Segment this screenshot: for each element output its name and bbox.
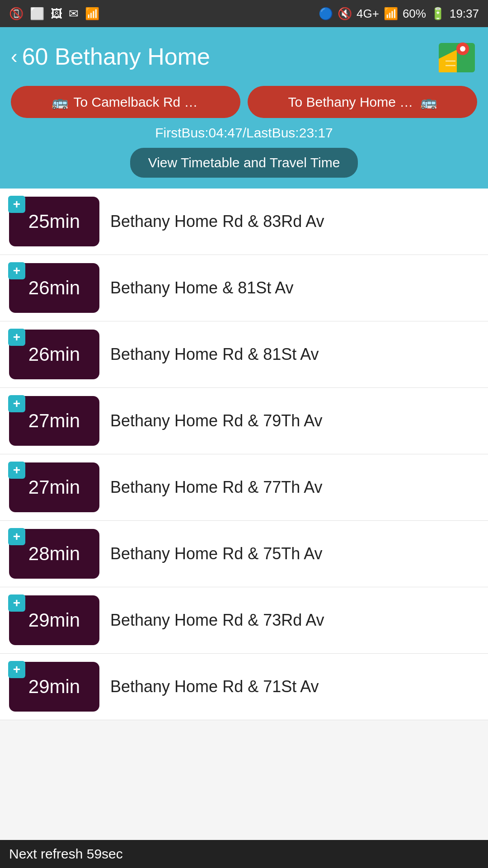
header-title-left: ‹ 60 Bethany Home	[11, 43, 210, 70]
bus-icon-left: 🚌	[52, 94, 68, 110]
list-item[interactable]: + 28min Bethany Home Rd & 75Th Av	[0, 521, 488, 587]
bus-icon-right: 🚌	[420, 94, 437, 110]
stop-name: Bethany Home Rd & 75Th Av	[110, 544, 479, 563]
time-badge-wrapper: + 25min	[9, 197, 99, 246]
direction-btn-camelback[interactable]: 🚌 To Camelback Rd & 2...	[11, 86, 240, 118]
image-icon: 🖼	[51, 7, 62, 21]
network-icon: 4G+	[357, 7, 379, 21]
list-item[interactable]: + 27min Bethany Home Rd & 77Th Av	[0, 454, 488, 521]
time-label: 29min	[28, 676, 80, 698]
battery-label: 60%	[403, 7, 426, 21]
plus-icon[interactable]: +	[8, 395, 25, 412]
wifi-icon: 📶	[85, 7, 99, 21]
time-badge-wrapper: + 29min	[9, 662, 99, 712]
time-badge-wrapper: + 26min	[9, 330, 99, 379]
map-icon[interactable]	[436, 36, 477, 77]
clock: 19:37	[450, 7, 479, 21]
list-item[interactable]: + 26min Bethany Home & 81St Av	[0, 255, 488, 321]
header: ‹ 60 Bethany Home 🚌 To Camelback	[0, 27, 488, 189]
battery-icon: 🔋	[431, 7, 445, 21]
stop-name: Bethany Home Rd & 71St Av	[110, 677, 479, 696]
time-label: 27min	[28, 410, 80, 432]
status-bar-left: 📵 ⬜ 🖼 ✉ 📶	[9, 7, 99, 21]
refresh-text: Next refresh 59sec	[9, 846, 123, 861]
header-title-row: ‹ 60 Bethany Home	[11, 36, 477, 77]
plus-icon[interactable]: +	[8, 661, 25, 678]
time-label: 26min	[28, 344, 80, 365]
plus-icon[interactable]: +	[8, 528, 25, 545]
signal-bars: 📶	[384, 7, 398, 21]
plus-icon[interactable]: +	[8, 462, 25, 479]
direction-buttons: 🚌 To Camelback Rd & 2... To Bethany Home…	[11, 86, 477, 118]
time-label: 27min	[28, 476, 80, 498]
direction-label-bethany: To Bethany Home Rd ...	[288, 94, 415, 110]
list-item[interactable]: + 29min Bethany Home Rd & 71St Av	[0, 654, 488, 720]
footer: Next refresh 59sec	[0, 840, 488, 868]
schedule-info: FirstBus:04:47/LastBus:23:17	[11, 125, 477, 141]
line-icon: ⬜	[30, 7, 44, 21]
stop-name: Bethany Home Rd & 83Rd Av	[110, 212, 479, 231]
timetable-button[interactable]: View Timetable and Travel Time	[130, 148, 358, 178]
time-label: 28min	[28, 543, 80, 565]
phone-icon: 📵	[9, 7, 23, 21]
status-bar: 📵 ⬜ 🖼 ✉ 📶 🔵 🔇 4G+ 📶 60% 🔋 19:37	[0, 0, 488, 27]
time-badge-wrapper: + 26min	[9, 263, 99, 313]
direction-btn-bethany[interactable]: To Bethany Home Rd ... 🚌	[248, 86, 477, 118]
time-label: 26min	[28, 277, 80, 299]
page-title: 60 Bethany Home	[22, 43, 210, 70]
time-badge-wrapper: + 27min	[9, 462, 99, 512]
time-label: 29min	[28, 609, 80, 631]
direction-label-camelback: To Camelback Rd & 2...	[74, 94, 200, 110]
list-item[interactable]: + 29min Bethany Home Rd & 73Rd Av	[0, 587, 488, 654]
stop-name: Bethany Home Rd & 73Rd Av	[110, 611, 479, 630]
time-label: 25min	[28, 211, 80, 232]
list-item[interactable]: + 25min Bethany Home Rd & 83Rd Av	[0, 189, 488, 255]
mute-icon: 🔇	[338, 7, 352, 21]
time-badge-wrapper: + 29min	[9, 595, 99, 645]
plus-icon[interactable]: +	[8, 196, 25, 213]
stop-name: Bethany Home & 81St Av	[110, 278, 479, 297]
stop-name: Bethany Home Rd & 81St Av	[110, 345, 479, 364]
status-bar-right: 🔵 🔇 4G+ 📶 60% 🔋 19:37	[319, 7, 479, 21]
list-item[interactable]: + 26min Bethany Home Rd & 81St Av	[0, 321, 488, 388]
time-badge-wrapper: + 28min	[9, 529, 99, 579]
bluetooth-icon: 🔵	[319, 7, 333, 21]
back-button[interactable]: ‹	[11, 45, 18, 68]
list-item[interactable]: + 27min Bethany Home Rd & 79Th Av	[0, 388, 488, 454]
plus-icon[interactable]: +	[8, 594, 25, 612]
plus-icon[interactable]: +	[8, 262, 25, 279]
stop-name: Bethany Home Rd & 79Th Av	[110, 411, 479, 430]
bus-list: + 25min Bethany Home Rd & 83Rd Av + 26mi…	[0, 189, 488, 720]
plus-icon[interactable]: +	[8, 329, 25, 346]
time-badge-wrapper: + 27min	[9, 396, 99, 446]
mail-icon: ✉	[69, 7, 79, 21]
stop-name: Bethany Home Rd & 77Th Av	[110, 478, 479, 497]
svg-point-4	[460, 46, 465, 52]
